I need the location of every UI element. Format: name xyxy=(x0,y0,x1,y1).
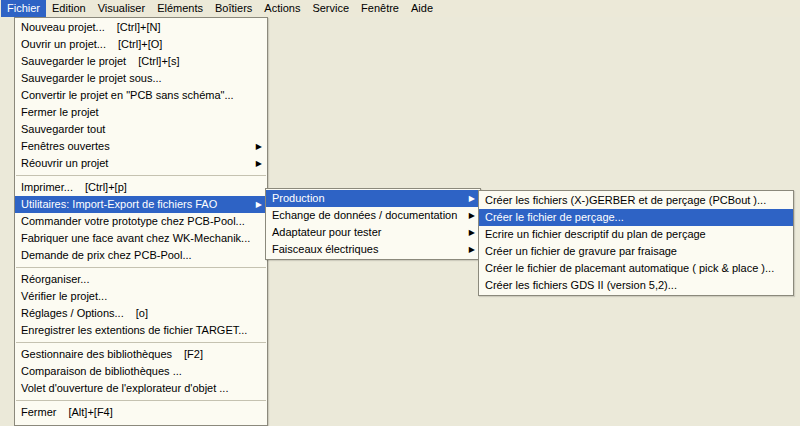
menubar-item-aide[interactable]: Aide xyxy=(405,0,439,17)
menu-item-sauvegarder-le-projet[interactable]: Sauvegarder le projet[Ctrl]+[s] xyxy=(15,53,267,70)
menu-item-label: Fenêtres ouvertes xyxy=(21,140,110,152)
menubar-item-fichier[interactable]: Fichier xyxy=(1,0,46,17)
menu-item-shortcut: [Ctrl]+[O] xyxy=(118,38,162,50)
submenu-arrow-icon: ▶ xyxy=(469,190,475,207)
menu-item-label: Service xyxy=(312,2,349,14)
menu-item-label: Demande de prix chez PCB-Pool... xyxy=(21,249,192,261)
menubar-item-actions[interactable]: Actions xyxy=(258,0,306,17)
menu-item-label: Nouveau projet... xyxy=(21,21,105,33)
submenu-arrow-icon: ▶ xyxy=(469,207,475,224)
menu-item-label: Aide xyxy=(411,2,433,14)
menu-item-label: Fenêtre xyxy=(361,2,399,14)
menu-item-reglages-options[interactable]: Réglages / Options...[o] xyxy=(15,305,267,322)
menu-item-sauvegarder-le-projet-sous[interactable]: Sauvegarder le projet sous... xyxy=(15,70,267,87)
menu-item-label: Volet d'ouverture de l'explorateur d'obj… xyxy=(21,382,229,394)
menu-item-label: Visualiser xyxy=(98,2,146,14)
menu-separator xyxy=(16,267,266,268)
menu-item-label: Créer les fichiers GDS II (version 5,2).… xyxy=(485,279,677,291)
submenu-arrow-icon: ▶ xyxy=(256,138,262,155)
menu-item-fermer-le-projet[interactable]: Fermer le projet xyxy=(15,104,267,121)
menu-item-label: Edition xyxy=(52,2,86,14)
menu-item-enregistrer-les-extentions-de-fichier[interactable]: Enregistrer les extentions de fichier TA… xyxy=(15,322,267,339)
menu-item-label: Convertir le projet en "PCB sans schéma"… xyxy=(21,89,234,101)
menu-item-label: Créer le fichier de placemant automatiqu… xyxy=(485,262,774,274)
menu-item-label: Fermer xyxy=(21,406,56,418)
menu-item-label: Actions xyxy=(264,2,300,14)
menu-item-production[interactable]: Production▶ xyxy=(266,190,480,207)
menu-item-label: Sauvegarder le projet xyxy=(21,55,126,67)
submenu-arrow-icon: ▶ xyxy=(469,241,475,258)
submenu-arrow-icon: ▶ xyxy=(256,155,262,172)
menu-item-label: Sauvegarder le projet sous... xyxy=(21,72,162,84)
menu-item-shortcut: [Alt]+[F4] xyxy=(68,406,112,418)
menu-item-ecrire-un-fichier-descriptif-du[interactable]: Ecrire un fichier descriptif du plan de … xyxy=(479,226,793,243)
menu-item-fermer[interactable]: Fermer[Alt]+[F4] xyxy=(15,404,267,421)
menu-item-creer-le-fichier-de-percage[interactable]: Créer le fichier de perçage... xyxy=(479,209,793,226)
menu-item-creer-un-fichier-de-gravure[interactable]: Créer un fichier de gravure par fraisage xyxy=(479,243,793,260)
menu-item-faisceaux-electriques[interactable]: Faisceaux électriques▶ xyxy=(266,241,480,258)
menu-item-label: Commander votre prototype chez PCB-Pool.… xyxy=(21,215,245,227)
menu-item-label: Fichier xyxy=(7,2,40,14)
menu-item-fabriquer-une-face-avant-chez[interactable]: Fabriquer une face avant chez WK-Mechani… xyxy=(15,230,267,247)
file-menu-dropdown: Nouveau projet...[Ctrl]+[N]Ouvrir un pro… xyxy=(14,17,268,426)
menu-item-label: Réglages / Options... xyxy=(21,307,124,319)
submenu-arrow-icon: ▶ xyxy=(469,224,475,241)
menu-separator xyxy=(16,175,266,176)
menubar-item-boitiers[interactable]: Boîtiers xyxy=(209,0,258,17)
fao-submenu: Production▶Echange de données / document… xyxy=(265,188,481,260)
menu-item-nouveau-projet[interactable]: Nouveau projet...[Ctrl]+[N] xyxy=(15,19,267,36)
menu-item-label: Utilitaires: Import-Export de fichiers F… xyxy=(21,198,217,210)
menu-item-creer-le-fichier-de-placemant[interactable]: Créer le fichier de placemant automatiqu… xyxy=(479,260,793,277)
menu-item-label: Sauvegarder tout xyxy=(21,123,105,135)
submenu-arrow-icon: ▶ xyxy=(256,196,262,213)
menu-item-verifier-le-projet[interactable]: Vérifier le projet... xyxy=(15,288,267,305)
menu-item-comparaison-de-bibliotheques[interactable]: Comparaison de bibliothèques ... xyxy=(15,363,267,380)
menu-item-gestionnaire-des-bibliotheques[interactable]: Gestionnaire des bibliothèques[F2] xyxy=(15,346,267,363)
menu-item-sauvegarder-tout[interactable]: Sauvegarder tout xyxy=(15,121,267,138)
menu-item-reorganiser[interactable]: Réorganiser... xyxy=(15,271,267,288)
menubar-item-fenetre[interactable]: Fenêtre xyxy=(355,0,405,17)
menu-item-creer-les-fichiers-gds-ii[interactable]: Créer les fichiers GDS II (version 5,2).… xyxy=(479,277,793,294)
menu-item-shortcut: [Ctrl]+[p] xyxy=(85,181,127,193)
menu-item-fenetres-ouvertes[interactable]: Fenêtres ouvertes▶ xyxy=(15,138,267,155)
menu-item-label: Adaptateur pour tester xyxy=(272,226,381,238)
menu-item-label: Ecrire un fichier descriptif du plan de … xyxy=(485,228,706,240)
menu-item-label: Fermer le projet xyxy=(21,106,99,118)
menu-item-label: Faisceaux électriques xyxy=(272,243,378,255)
menu-item-reouvrir-un-projet[interactable]: Réouvrir un projet▶ xyxy=(15,155,267,172)
menu-item-demande-de-prix-chez-pcb[interactable]: Demande de prix chez PCB-Pool... xyxy=(15,247,267,264)
menubar-item-visualiser[interactable]: Visualiser xyxy=(92,0,152,17)
menu-item-adaptateur-pour-tester[interactable]: Adaptateur pour tester▶ xyxy=(266,224,480,241)
menu-item-label: Imprimer... xyxy=(21,181,73,193)
menu-item-label: Réorganiser... xyxy=(21,273,89,285)
menu-item-label: Eléments xyxy=(157,2,203,14)
menu-item-volet-d-ouverture-de-l[interactable]: Volet d'ouverture de l'explorateur d'obj… xyxy=(15,380,267,397)
menu-separator xyxy=(16,400,266,401)
menu-item-convertir-le-projet-en-pcb[interactable]: Convertir le projet en "PCB sans schéma"… xyxy=(15,87,267,104)
menu-item-creer-les-fichiers-x-gerber[interactable]: Créer les fichiers (X-)GERBER et de perç… xyxy=(479,192,793,209)
menubar-item-edition[interactable]: Edition xyxy=(46,0,92,17)
menu-item-label: Production xyxy=(272,192,325,204)
menu-item-label: Vérifier le projet... xyxy=(21,290,107,302)
menu-item-label: Echange de données / documentation xyxy=(272,209,457,221)
menu-item-shortcut: [o] xyxy=(136,307,148,319)
menu-item-label: Enregistrer les extentions de fichier TA… xyxy=(21,324,247,336)
menu-item-echange-de-donnees-documentation[interactable]: Echange de données / documentation▶ xyxy=(266,207,480,224)
menu-item-label: Fabriquer une face avant chez WK-Mechani… xyxy=(21,232,250,244)
menu-item-ouvrir-un-projet[interactable]: Ouvrir un projet...[Ctrl]+[O] xyxy=(15,36,267,53)
production-submenu: Créer les fichiers (X-)GERBER et de perç… xyxy=(478,190,794,296)
menu-item-shortcut: [F2] xyxy=(184,348,203,360)
menu-item-shortcut: [Ctrl]+[N] xyxy=(117,21,161,33)
menu-item-label: Gestionnaire des bibliothèques xyxy=(21,348,172,360)
menu-item-shortcut: [Ctrl]+[s] xyxy=(138,55,179,67)
menu-item-label: Comparaison de bibliothèques ... xyxy=(21,365,182,377)
menu-item-commander-votre-prototype-chez-pcb[interactable]: Commander votre prototype chez PCB-Pool.… xyxy=(15,213,267,230)
menu-item-utilitaires-import-export-de-fichiers[interactable]: Utilitaires: Import-Export de fichiers F… xyxy=(15,196,267,213)
menubar-item-elements[interactable]: Eléments xyxy=(151,0,209,17)
menu-item-label: Créer un fichier de gravure par fraisage xyxy=(485,245,677,257)
menubar-item-service[interactable]: Service xyxy=(306,0,355,17)
menu-item-label: Réouvrir un projet xyxy=(21,157,108,169)
menu-item-imprimer[interactable]: Imprimer...[Ctrl]+[p] xyxy=(15,179,267,196)
menu-item-label: Boîtiers xyxy=(215,2,252,14)
menu-item-label: Créer le fichier de perçage... xyxy=(485,211,624,223)
